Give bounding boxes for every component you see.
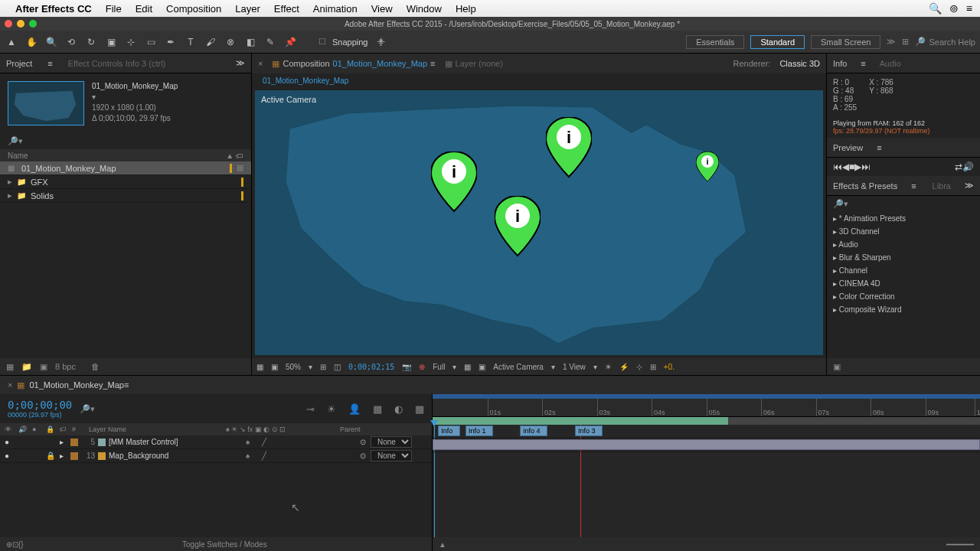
loop-icon[interactable]: ⇄ [955, 161, 962, 172]
toggle-switch-icon[interactable]: ⊕ [6, 540, 12, 549]
current-timecode[interactable]: 0;00;00;00 [8, 399, 72, 411]
hand-tool[interactable]: ✋ [24, 35, 38, 49]
work-area[interactable] [433, 417, 980, 425]
rotate-tool[interactable]: ↻ [84, 35, 98, 49]
anchor-tool[interactable]: ⊹ [124, 35, 138, 49]
pickwhip-icon[interactable]: ⊙ [360, 452, 366, 460]
puppet-tool[interactable]: 📌 [283, 35, 297, 49]
draft-3d-icon[interactable]: ☀ [327, 403, 336, 415]
interpret-icon[interactable]: ▦ [6, 362, 14, 372]
label-color[interactable] [70, 439, 78, 446]
play-icon[interactable]: ▶ [854, 161, 861, 172]
pen-tool[interactable]: ✒ [164, 35, 178, 49]
fx-category[interactable]: ▸ Color Correction [827, 290, 980, 303]
project-search[interactable]: 🔎▾ [0, 133, 251, 149]
view-layout[interactable]: 1 View [563, 363, 586, 371]
roto-tool[interactable]: ✎ [263, 35, 277, 49]
viewer-timecode[interactable]: 0;00;02;15 [348, 363, 394, 371]
comp-viewport[interactable]: Active Camera i i i i [255, 90, 823, 355]
panel-expand-icon[interactable]: ≫ [236, 58, 245, 68]
new-comp-icon[interactable]: ▣ [40, 362, 47, 372]
panel-menu-icon[interactable]: ≡ [47, 59, 52, 68]
tab-layer[interactable]: ▦Layer (none) [445, 59, 503, 69]
parent-dropdown[interactable]: None [371, 436, 412, 448]
fx-category[interactable]: ▸ Composite Wizard [827, 303, 980, 316]
motion-blur-icon[interactable]: ◐ [394, 403, 403, 415]
workspace-essentials[interactable]: Essentials [686, 35, 744, 49]
rect-tool[interactable]: ▭ [144, 35, 158, 49]
menu-view[interactable]: View [371, 3, 393, 15]
toggle-switches-modes[interactable]: Toggle Switches / Modes [182, 540, 267, 549]
selection-tool[interactable]: ▲ [5, 35, 18, 49]
track-row[interactable]: Info Info 1 info 4 Info 3 [433, 425, 980, 439]
prev-frame-icon[interactable]: ◀ [842, 161, 849, 172]
resolution-select[interactable]: Full [433, 363, 445, 371]
menu-composition[interactable]: Composition [166, 3, 221, 15]
layer-marker[interactable]: info 4 [520, 425, 547, 436]
tab-composition[interactable]: ▦ Composition 01_Motion_Monkey_Map ≡ [272, 59, 435, 69]
lock-icon[interactable]: 🔒 [46, 452, 57, 460]
graph-editor-icon[interactable]: ▦ [415, 403, 424, 415]
layer-name[interactable]: [MM Master Control] [109, 438, 243, 446]
tab-info[interactable]: Info [833, 59, 847, 68]
track-row[interactable] [433, 439, 980, 452]
menu-effect[interactable]: Effect [274, 3, 299, 15]
resolution-icon[interactable]: ⊞ [320, 363, 326, 371]
camera-tool[interactable]: ▣ [104, 35, 118, 49]
visibility-icon[interactable]: ● [5, 452, 15, 460]
project-item-gfx[interactable]: ▸📁 GFX [0, 175, 251, 189]
label-color[interactable] [70, 452, 78, 460]
workspace-more[interactable]: ≫ [887, 37, 896, 47]
clone-tool[interactable]: ⊗ [224, 35, 237, 49]
menu-file[interactable]: File [106, 3, 122, 15]
exposure[interactable]: +0. [664, 363, 675, 371]
zoom-tool[interactable]: 🔍 [44, 35, 58, 49]
search-icon[interactable]: 🔍 [929, 2, 942, 15]
flowchart-icon[interactable]: ⊞ [237, 163, 243, 173]
first-frame-icon[interactable]: ⏮ [833, 161, 842, 172]
layer-row[interactable]: ● 🔒 ▸ 13 Map_Background ♠╱ ⊙ None [0, 449, 432, 463]
search-help[interactable]: 🔎 Search Help [915, 37, 975, 47]
shy-icon[interactable]: 👤 [348, 403, 361, 415]
tab-audio[interactable]: Audio [880, 59, 901, 68]
pickwhip-icon[interactable]: ⊙ [360, 438, 366, 446]
flowchart-icon[interactable]: ⊞ [650, 363, 656, 371]
fx-category[interactable]: ▸ Blur & Sharpen [827, 251, 980, 264]
layer-marker[interactable]: Info 3 [575, 425, 603, 436]
transparency-icon[interactable]: ▦ [464, 363, 471, 371]
cc-libraries-icon[interactable]: ⊞ [902, 37, 909, 47]
twirl-icon[interactable]: ▸ [60, 452, 67, 460]
snapping-checkbox[interactable]: ☐ [318, 37, 326, 47]
menu-animation[interactable]: Animation [313, 3, 358, 15]
stop-icon[interactable]: ■ [849, 161, 854, 172]
3d-icon[interactable]: ▣ [479, 363, 485, 371]
max-dot[interactable] [29, 20, 37, 28]
roi-icon[interactable]: ◫ [334, 363, 341, 371]
grid-icon[interactable]: ▦ [256, 363, 263, 371]
tab-project[interactable]: Project [6, 59, 32, 68]
layer-marker[interactable]: Info [438, 425, 460, 436]
project-item-comp[interactable]: ▦ 01_Motion_Monkey_Map⊞ [0, 161, 251, 175]
timeline-icon[interactable]: ⊹ [636, 363, 642, 371]
mask-icon[interactable]: ▣ [271, 363, 278, 371]
app-name[interactable]: After Effects CC [15, 3, 92, 15]
fast-preview-icon[interactable]: ⚡ [619, 363, 629, 371]
layer-bar[interactable] [433, 439, 980, 450]
comp-mini-flowchart-icon[interactable]: ⊸ [306, 403, 315, 415]
workspace-smallscreen[interactable]: Small Screen [811, 35, 880, 49]
zoom-level[interactable]: 50% [286, 363, 301, 371]
channel-icon[interactable]: ⊕ [419, 363, 425, 371]
twirl-icon[interactable]: ▸ [60, 438, 67, 446]
timeline-tracks[interactable]: 01s 02s 03s 04s 05s 06s 07s 08s 09s 10s … [433, 394, 980, 551]
fx-category[interactable]: ▸ Channel [827, 264, 980, 277]
cc-icon[interactable]: ⊚ [949, 2, 959, 15]
menu-icon[interactable]: ≡ [966, 2, 972, 15]
brush-tool[interactable]: 🖌 [204, 35, 217, 49]
eraser-tool[interactable]: ◧ [243, 35, 257, 49]
timeline-tab[interactable]: 01_Motion_Monkey_Map [29, 380, 124, 390]
fx-category[interactable]: ▸ * Animation Presets [827, 212, 980, 225]
time-ruler[interactable]: 01s 02s 03s 04s 05s 06s 07s 08s 09s 10s [433, 399, 980, 417]
frame-blend-icon[interactable]: ▦ [373, 403, 382, 415]
parent-dropdown[interactable]: None [371, 450, 412, 461]
fx-category[interactable]: ▸ Audio [827, 238, 980, 251]
